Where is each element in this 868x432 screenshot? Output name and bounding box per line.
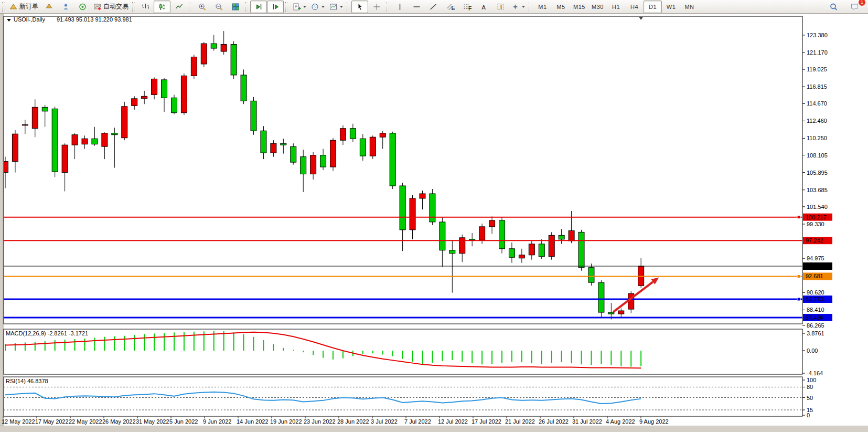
tf-m30-label: M30 <box>592 4 604 10</box>
candle-body <box>519 255 524 258</box>
hline-handle[interactable] <box>797 275 800 278</box>
tf-mn[interactable]: MN <box>680 1 699 13</box>
chart-window[interactable]: 123.380121.170119.025116.815114.670112.4… <box>0 14 868 432</box>
crosshair-icon <box>372 3 381 11</box>
candlestick-button[interactable] <box>154 1 170 13</box>
candle-body <box>410 198 415 230</box>
candles-icon <box>158 3 167 11</box>
new-chart-button[interactable] <box>290 1 308 13</box>
candle-body <box>479 227 485 240</box>
tf-m1[interactable]: M1 <box>533 1 552 13</box>
price-pane[interactable] <box>4 16 802 324</box>
candle-body <box>539 244 544 257</box>
label-button[interactable]: T <box>492 1 509 13</box>
price-badge-label: 87.436 <box>806 314 823 321</box>
tf-m15[interactable]: M15 <box>570 1 588 13</box>
candle-body <box>529 244 534 255</box>
chartshift-icon <box>271 3 280 11</box>
tf-w1[interactable]: W1 <box>662 1 680 13</box>
linechart-icon <box>175 3 184 11</box>
date-label: 23 Jun 2022 <box>304 418 336 425</box>
channel-button[interactable]: E <box>442 1 458 13</box>
text-button[interactable]: A <box>475 1 492 13</box>
fibo-icon: F <box>463 3 471 11</box>
price-badge-label: 89.773 <box>806 296 823 302</box>
search-button[interactable] <box>825 1 842 13</box>
price-tick-label: 114.670 <box>807 100 827 107</box>
signals-button[interactable] <box>74 1 91 13</box>
price-badge-label: 92.681 <box>806 273 823 279</box>
template-button[interactable] <box>327 1 345 13</box>
accounts-button[interactable] <box>57 1 74 13</box>
tf-h1[interactable]: H1 <box>607 1 625 13</box>
date-label: 12 Jul 2022 <box>438 418 468 425</box>
price-tick-label: 121.170 <box>807 49 828 56</box>
svg-text:E: E <box>451 5 455 11</box>
tile-windows-button[interactable] <box>227 1 244 13</box>
fibonacci-button[interactable]: F <box>458 1 475 13</box>
chevron-down-icon[interactable] <box>303 6 306 8</box>
line-chart-button[interactable] <box>170 1 187 13</box>
candle-body <box>261 131 266 153</box>
macd-label: MACD(12,26,9) -2.8261 -3.1721 <box>6 330 88 336</box>
tf-mn-label: MN <box>684 4 694 10</box>
gold-button[interactable] <box>40 1 57 13</box>
date-label: 21 Jul 2022 <box>505 418 535 425</box>
tf-m30[interactable]: M30 <box>588 1 607 13</box>
candle-body <box>122 107 127 138</box>
candle-body <box>291 146 296 162</box>
candle-body <box>578 232 584 267</box>
arrows-button[interactable] <box>509 1 527 13</box>
tf-d1[interactable]: D1 <box>644 1 662 13</box>
tf-h4-label: H4 <box>630 4 638 10</box>
tf-h4[interactable]: H4 <box>625 1 644 13</box>
candle-body <box>310 155 316 174</box>
toolbar-group-trade: 新订单自动交易 <box>1 1 131 13</box>
candle-body <box>330 140 336 167</box>
date-label: 26 Jul 2022 <box>539 418 569 425</box>
toolbar-group-zoom <box>188 1 244 13</box>
candle-body <box>430 194 435 222</box>
new-order-button[interactable]: 新订单 <box>7 1 40 13</box>
chevron-down-icon[interactable] <box>522 6 525 8</box>
rsi-pane[interactable] <box>4 377 802 416</box>
autoscroll-icon <box>254 3 263 11</box>
toolbar-group-chart-types <box>131 1 187 13</box>
chevron-down-icon[interactable] <box>340 6 343 8</box>
hline-button[interactable] <box>408 1 425 13</box>
price-tick-label: 119.025 <box>807 66 827 72</box>
zoom-in-button[interactable] <box>194 1 210 13</box>
chevron-down-icon[interactable] <box>322 6 325 8</box>
cursor-button[interactable] <box>351 1 368 13</box>
candle-body <box>350 129 356 139</box>
period-button[interactable] <box>308 1 327 13</box>
candle-body <box>608 312 614 314</box>
candle-body <box>52 109 58 172</box>
chat-button[interactable]: 1 <box>846 1 863 13</box>
candle-body <box>360 139 366 156</box>
candle-body <box>221 45 227 51</box>
rsi-tick-label: 0 <box>807 412 810 418</box>
hline-handle[interactable] <box>797 216 800 219</box>
tf-w1-label: W1 <box>667 4 676 10</box>
candle-body <box>598 282 604 312</box>
bar-chart-button[interactable] <box>137 1 154 13</box>
price-tick-label: 112.460 <box>807 118 827 124</box>
hline-handle[interactable] <box>797 298 800 301</box>
arrows-icon <box>511 3 520 11</box>
crosshair-button[interactable] <box>368 1 385 13</box>
vline-button[interactable] <box>391 1 408 13</box>
trendline-button[interactable] <box>425 1 442 13</box>
candle-body <box>569 230 574 240</box>
candle-body <box>469 239 475 240</box>
tf-m5[interactable]: M5 <box>552 1 570 13</box>
date-label: 28 Jun 2022 <box>337 418 369 425</box>
auto-scroll-button[interactable] <box>250 1 267 13</box>
autotrading-button[interactable]: 自动交易 <box>91 1 131 13</box>
vline-icon <box>395 3 404 11</box>
zoom-out-button[interactable] <box>210 1 227 13</box>
date-label: 31 Jul 2022 <box>572 418 602 425</box>
rsi-tick-label: 50 <box>807 395 813 401</box>
chart-shift-button[interactable] <box>267 1 284 13</box>
candle-body <box>549 235 554 256</box>
